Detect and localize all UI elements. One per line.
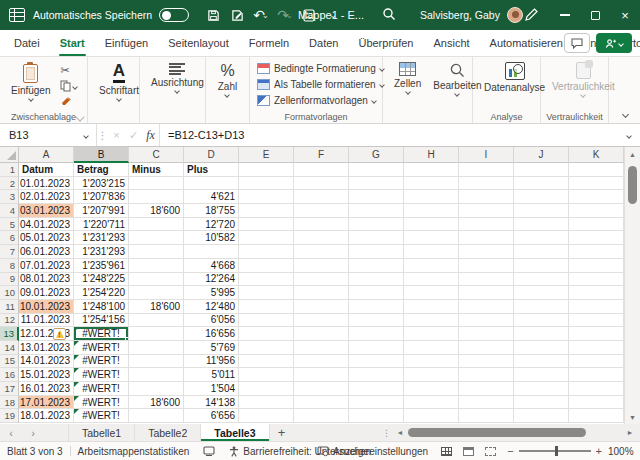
horizontal-scroll-thumb[interactable] <box>408 428 586 437</box>
cell-a19[interactable]: 18.01.2023 <box>19 409 74 423</box>
cell-i17[interactable] <box>459 382 514 396</box>
comments-button[interactable] <box>564 33 590 53</box>
cell-i12[interactable] <box>459 314 514 328</box>
row-header-5[interactable]: 5 <box>0 218 19 232</box>
cell-k13[interactable] <box>569 327 624 341</box>
tab-scroll-splitter[interactable]: ⋮ <box>382 424 391 441</box>
cell-e19[interactable] <box>239 409 294 423</box>
prev-sheet-icon[interactable]: ‹ <box>0 424 22 441</box>
cell-h1[interactable] <box>404 163 459 177</box>
column-header-d[interactable]: D <box>184 147 239 163</box>
column-header-h[interactable]: H <box>404 147 459 163</box>
column-header-k[interactable]: K <box>569 147 624 163</box>
row-header-2[interactable]: 2 <box>0 177 19 191</box>
cell-i11[interactable] <box>459 300 514 314</box>
normal-view-button[interactable] <box>435 442 457 460</box>
cell-a9[interactable]: 08.01.2023 <box>19 273 74 287</box>
cell-j5[interactable] <box>514 218 569 232</box>
cell-b5[interactable]: 1'220'711 <box>74 218 129 232</box>
name-box[interactable]: B13 <box>0 124 96 146</box>
cancel-entry-icon[interactable]: × <box>108 124 125 146</box>
cell-d4[interactable]: 18'755 <box>184 204 239 218</box>
cell-h15[interactable] <box>404 355 459 369</box>
cell-d15[interactable]: 11'956 <box>184 355 239 369</box>
cell-d14[interactable]: 5'769 <box>184 341 239 355</box>
cell-g1[interactable] <box>349 163 404 177</box>
cell-a4[interactable]: 03.01.2023 <box>19 204 74 218</box>
row-header-17[interactable]: 17 <box>0 382 19 396</box>
cell-i19[interactable] <box>459 409 514 423</box>
cell-a8[interactable]: 07.01.2023 <box>19 259 74 273</box>
cell-j6[interactable] <box>514 231 569 245</box>
cell-a13[interactable]: 12.01.2023 <box>19 327 74 341</box>
cell-i9[interactable] <box>459 273 514 287</box>
ribbon-tab-automatisieren[interactable]: Automatisieren <box>480 30 573 56</box>
cell-e16[interactable] <box>239 368 294 382</box>
cell-j14[interactable] <box>514 341 569 355</box>
row-header-16[interactable]: 16 <box>0 368 19 382</box>
ribbon-tab-seitenlayout[interactable]: Seitenlayout <box>158 30 239 56</box>
column-header-g[interactable]: G <box>349 147 404 163</box>
cell-f2[interactable] <box>294 177 349 191</box>
cell-d8[interactable]: 4'668 <box>184 259 239 273</box>
maximize-button[interactable] <box>580 0 610 30</box>
row-header-18[interactable]: 18 <box>0 396 19 410</box>
cell-h11[interactable] <box>404 300 459 314</box>
save-icon[interactable] <box>202 5 224 25</box>
cell-d16[interactable]: 5'011 <box>184 368 239 382</box>
cell-e14[interactable] <box>239 341 294 355</box>
row-header-4[interactable]: 4 <box>0 204 19 218</box>
alignment-menu-button[interactable]: Ausrichtung <box>145 60 210 95</box>
cell-g2[interactable] <box>349 177 404 191</box>
format-as-table-button[interactable]: Als Tabelle formatieren <box>255 77 386 92</box>
cell-g14[interactable] <box>349 341 404 355</box>
cell-c17[interactable] <box>129 382 184 396</box>
cell-f13[interactable] <box>294 327 349 341</box>
column-header-a[interactable]: A <box>19 147 74 163</box>
row-header-10[interactable]: 10 <box>0 286 19 300</box>
row-header-12[interactable]: 12 <box>0 314 19 328</box>
cell-h8[interactable] <box>404 259 459 273</box>
cell-c8[interactable] <box>129 259 184 273</box>
sensitivity-button[interactable]: Vertraulichkeit <box>546 60 621 99</box>
cell-j11[interactable] <box>514 300 569 314</box>
cell-g5[interactable] <box>349 218 404 232</box>
cell-b12[interactable]: 1'254'156 <box>74 314 129 328</box>
cell-f14[interactable] <box>294 341 349 355</box>
cell-c11[interactable]: 18'600 <box>129 300 184 314</box>
copy-button[interactable] <box>58 79 79 93</box>
workbook-statistics-button[interactable]: Arbeitsmappenstatistiken <box>71 442 197 460</box>
search-icon[interactable] <box>382 7 396 23</box>
cell-j2[interactable] <box>514 177 569 191</box>
cell-a3[interactable]: 02.01.2023 <box>19 190 74 204</box>
cell-g12[interactable] <box>349 314 404 328</box>
cell-e9[interactable] <box>239 273 294 287</box>
cell-e8[interactable] <box>239 259 294 273</box>
cell-g9[interactable] <box>349 273 404 287</box>
row-header-6[interactable]: 6 <box>0 231 19 245</box>
cell-h5[interactable] <box>404 218 459 232</box>
cell-d2[interactable] <box>184 177 239 191</box>
scroll-right-icon[interactable]: ► <box>624 429 636 436</box>
column-header-i[interactable]: I <box>459 147 514 163</box>
ribbon-tab-formeln[interactable]: Formeln <box>239 30 299 56</box>
cell-j13[interactable] <box>514 327 569 341</box>
cell-k2[interactable] <box>569 177 624 191</box>
cell-i15[interactable] <box>459 355 514 369</box>
cell-c15[interactable] <box>129 355 184 369</box>
cell-h12[interactable] <box>404 314 459 328</box>
number-menu-button[interactable]: % Zahl <box>212 60 243 99</box>
cell-e5[interactable] <box>239 218 294 232</box>
undo-icon[interactable]: ↶⌄ <box>250 5 272 25</box>
cell-g11[interactable] <box>349 300 404 314</box>
cell-d12[interactable]: 6'056 <box>184 314 239 328</box>
cell-d9[interactable]: 12'264 <box>184 273 239 287</box>
cell-k8[interactable] <box>569 259 624 273</box>
scroll-left-icon[interactable]: ◄ <box>394 429 406 436</box>
cell-e1[interactable] <box>239 163 294 177</box>
close-button[interactable]: × <box>610 0 640 30</box>
cell-g17[interactable] <box>349 382 404 396</box>
cell-h14[interactable] <box>404 341 459 355</box>
cell-a1[interactable]: Datum <box>19 163 74 177</box>
cell-a16[interactable]: 15.01.2023 <box>19 368 74 382</box>
